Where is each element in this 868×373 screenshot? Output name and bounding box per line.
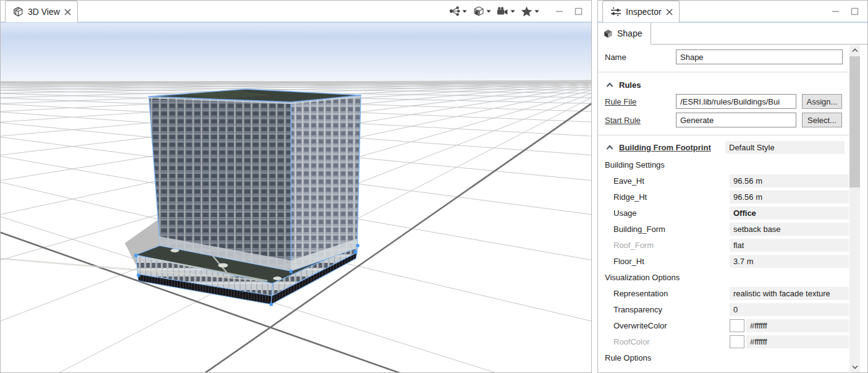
param-label: OverwriteColor [613, 321, 730, 330]
param-label: RoofColor [613, 337, 730, 346]
param-label: Representation [613, 289, 730, 298]
param-row: Transparency 0 [598, 301, 849, 317]
3d-viewport[interactable] [1, 23, 591, 372]
chevron-down-icon [510, 10, 515, 13]
close-icon[interactable] [64, 9, 71, 15]
rule-file-input[interactable] [676, 94, 796, 109]
collapse-chevron-icon[interactable] [606, 145, 613, 150]
scroll-down-icon[interactable] [849, 362, 860, 372]
isometric-cube-icon [473, 6, 484, 17]
select-button[interactable]: Select... [802, 113, 842, 127]
param-row: Building_Form setback base [598, 221, 849, 237]
param-label: Eave_Ht [613, 176, 730, 186]
param-row: Representation realistic with facade tex… [598, 285, 849, 301]
sliders-icon [610, 7, 622, 17]
rule-file-link[interactable]: Rule File [605, 97, 676, 106]
param-label: Building_Form [613, 225, 730, 234]
param-value[interactable]: setback base [730, 223, 849, 236]
param-row: Eave_Ht 96.56 m [598, 173, 849, 189]
visualization-options-group-label: Visualization Options [605, 273, 680, 282]
name-label: Name [605, 53, 676, 62]
style-value[interactable]: Default Style [725, 141, 845, 154]
param-row: Ridge_Ht 96.56 m [598, 189, 849, 205]
minimize-icon[interactable] [555, 7, 563, 15]
tab-inspector[interactable]: Inspector [602, 1, 680, 22]
param-value[interactable]: flat [730, 239, 849, 252]
model-display-tool[interactable] [471, 5, 492, 18]
param-value[interactable]: realistic with facade texture [730, 287, 849, 300]
3d-view-header: 3D View [1, 1, 591, 23]
param-label: Usage [613, 208, 730, 218]
param-value[interactable]: 96.56 m [730, 174, 849, 187]
param-label: Roof_Form [613, 241, 730, 250]
3d-view-toolbar [448, 1, 555, 22]
param-label: Ridge_Ht [613, 192, 730, 202]
inspector-panel: Inspector Shape [597, 0, 868, 373]
inspector-window-buttons [832, 1, 867, 22]
tab-shape[interactable]: Shape [598, 23, 651, 45]
chevron-down-icon [486, 10, 491, 13]
star-icon [521, 6, 533, 17]
rules-section-title: Rules [619, 80, 641, 90]
tab-3d-view-label: 3D View [28, 7, 60, 17]
cube-outline-icon [13, 7, 23, 17]
divider [598, 135, 849, 135]
param-row: OverwriteColor #ffffff [598, 317, 849, 333]
param-row: Usage Office [598, 205, 849, 221]
param-row: Roof_Form flat [598, 237, 849, 253]
scroll-up-icon[interactable] [849, 45, 860, 56]
share-nodes-icon [449, 6, 460, 16]
name-input[interactable] [676, 49, 843, 64]
building-from-footprint-link[interactable]: Building From Footprint [619, 143, 720, 152]
start-rule-input[interactable] [676, 113, 796, 127]
param-value[interactable]: #ffffff [746, 335, 849, 348]
collapse-chevron-icon[interactable] [606, 82, 613, 88]
building-settings-group-label: Building Settings [605, 160, 665, 169]
start-rule-link[interactable]: Start Rule [605, 116, 676, 125]
inspector-content: Name Rules Rule File Assign... Start Rul… [598, 45, 849, 372]
cube-solid-icon [604, 29, 613, 38]
param-label: Transparency [613, 305, 730, 314]
scrollbar-thumb[interactable] [849, 56, 860, 187]
header-spacer [680, 1, 832, 22]
3d-view-panel: 3D View [0, 0, 592, 373]
tab-3d-view[interactable]: 3D View [5, 1, 78, 22]
param-label: Floor_Ht [613, 257, 730, 266]
param-value[interactable]: Office [730, 207, 849, 220]
param-row: RoofColor #ffffff [598, 333, 849, 349]
close-icon[interactable] [666, 9, 673, 15]
chevron-down-icon [462, 10, 467, 13]
maximize-icon[interactable] [851, 7, 859, 15]
inspector-subtabs: Shape [598, 23, 867, 45]
param-value[interactable]: 96.56 m [730, 191, 849, 204]
color-swatch[interactable] [730, 319, 744, 332]
param-value[interactable]: 3.7 m [730, 255, 849, 268]
video-camera-icon [497, 6, 508, 16]
divider [598, 72, 849, 72]
assign-button[interactable]: Assign... [802, 94, 842, 109]
inspector-scrollbar[interactable] [849, 45, 860, 372]
chevron-down-icon [534, 10, 539, 13]
camera-tool[interactable] [495, 5, 516, 17]
maximize-icon[interactable] [575, 7, 583, 15]
minimize-icon[interactable] [832, 7, 840, 15]
tab-shape-label: Shape [617, 28, 642, 38]
tab-inspector-label: Inspector [626, 7, 662, 17]
inspector-header: Inspector [598, 1, 867, 23]
rule-options-group-label: Rule Options [605, 353, 651, 362]
param-value[interactable]: #ffffff [746, 319, 849, 332]
header-spacer [78, 1, 448, 22]
param-row: Floor_Ht 3.7 m [598, 253, 849, 269]
bookmark-tool[interactable] [520, 5, 541, 18]
param-value[interactable]: 0 [730, 303, 849, 316]
3d-view-window-buttons [555, 1, 591, 22]
scene-graph-tool[interactable] [448, 5, 468, 17]
color-swatch[interactable] [730, 335, 744, 348]
